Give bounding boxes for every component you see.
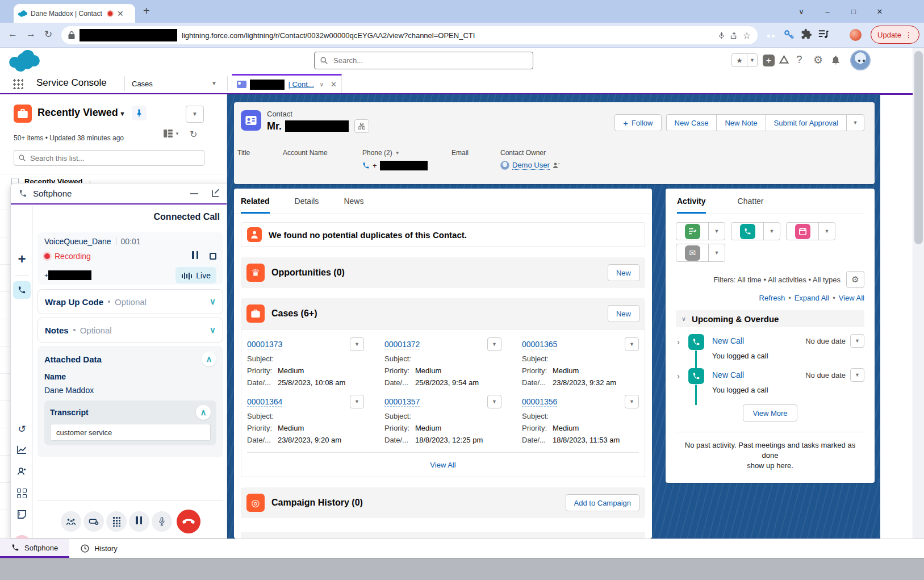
microphone-icon[interactable] bbox=[718, 31, 725, 40]
address-bar[interactable]: lightning.force.com/lightning/r/Contact/… bbox=[61, 26, 758, 44]
pause-recording-icon[interactable] bbox=[191, 251, 199, 261]
notes-section[interactable]: Notes Optional ∨ bbox=[37, 318, 223, 343]
collapse-chevron-icon[interactable]: ∧ bbox=[202, 352, 216, 366]
browser-tab[interactable]: Dane Maddox | Contact | Sal ✕ bbox=[14, 4, 135, 23]
new-case-button[interactable]: New bbox=[608, 305, 639, 322]
new-case-button[interactable]: New Case bbox=[666, 114, 717, 131]
cases-title[interactable]: Cases (6+) bbox=[271, 308, 601, 319]
nav-tab-cases[interactable]: Cases bbox=[132, 80, 153, 88]
help-icon[interactable]: ? bbox=[796, 53, 802, 66]
log-a-call-button[interactable]: ▼ bbox=[731, 222, 780, 240]
email-button[interactable]: ✉ ▼ bbox=[676, 244, 725, 262]
profile-avatar-icon[interactable] bbox=[850, 29, 862, 41]
workspace-tab-chevron-icon[interactable]: ∨ bbox=[320, 81, 324, 87]
owner-link[interactable]: Demo User bbox=[512, 161, 550, 170]
activity-settings-icon[interactable]: ⚙ bbox=[846, 271, 864, 288]
case-number-link[interactable]: 00001364 bbox=[247, 397, 282, 407]
case-actions-chevron-button[interactable]: ▼ bbox=[350, 337, 364, 351]
list-search-input[interactable] bbox=[29, 153, 199, 163]
bookmark-star-icon[interactable]: ☆ bbox=[743, 30, 751, 41]
case-actions-chevron-button[interactable]: ▼ bbox=[487, 395, 501, 408]
campaign-history-title[interactable]: Campaign History (0) bbox=[271, 498, 559, 508]
new-note-button[interactable]: New Note bbox=[716, 114, 765, 131]
tab-close-icon[interactable]: ✕ bbox=[117, 9, 124, 18]
case-actions-chevron-button[interactable]: ▼ bbox=[625, 395, 639, 408]
mute-microphone-icon[interactable] bbox=[152, 511, 172, 532]
view-hierarchy-button[interactable] bbox=[354, 119, 369, 133]
active-call-tab-icon[interactable] bbox=[13, 281, 31, 299]
end-call-button[interactable] bbox=[177, 510, 200, 533]
phone-dropdown-chevron-icon[interactable]: ▼ bbox=[395, 151, 400, 156]
case-number-link[interactable]: 00001372 bbox=[384, 340, 420, 349]
case-number-link[interactable]: 00001373 bbox=[247, 340, 282, 349]
setup-gear-icon[interactable]: ⚙ bbox=[813, 53, 823, 66]
tab-chatter[interactable]: Chatter bbox=[738, 197, 764, 214]
window-close-button[interactable]: ✕ bbox=[871, 5, 888, 19]
popout-icon[interactable] bbox=[212, 190, 219, 197]
stats-chart-icon[interactable] bbox=[11, 445, 33, 454]
new-task-button[interactable]: ▼ bbox=[676, 222, 725, 240]
opportunities-title[interactable]: Opportunities (0) bbox=[271, 268, 601, 278]
window-maximize-button[interactable]: □ bbox=[845, 5, 862, 19]
stop-recording-icon[interactable] bbox=[210, 253, 216, 260]
activity-actions-chevron-button[interactable]: ▼ bbox=[850, 368, 864, 382]
email-chevron-icon[interactable]: ▼ bbox=[708, 244, 725, 261]
browser-update-button[interactable]: Update ⋮ bbox=[871, 26, 919, 44]
browser-back-button[interactable]: ← bbox=[8, 28, 18, 40]
favorite-star-icon[interactable]: ★ bbox=[732, 54, 747, 66]
tab-search-chevron-icon[interactable]: ∨ bbox=[793, 5, 810, 19]
utility-softphone-tab[interactable]: Softphone bbox=[0, 539, 69, 558]
device-settings-icon[interactable] bbox=[83, 511, 104, 532]
global-actions-icon[interactable]: + bbox=[763, 55, 775, 66]
new-opportunity-button[interactable]: New bbox=[608, 264, 639, 281]
chevron-down-icon[interactable]: ∨ bbox=[210, 325, 216, 335]
transcript-input[interactable] bbox=[50, 424, 211, 441]
notifications-bell-icon[interactable] bbox=[830, 55, 841, 65]
refresh-list-icon[interactable]: ↻ bbox=[190, 129, 197, 140]
nav-cases-chevron-icon[interactable]: ▼ bbox=[211, 80, 217, 86]
share-icon[interactable] bbox=[730, 31, 738, 40]
transfer-call-icon[interactable] bbox=[61, 511, 81, 532]
event-chevron-icon[interactable]: ▼ bbox=[818, 223, 835, 240]
new-event-button[interactable]: ▼ bbox=[786, 222, 835, 240]
new-call-plus-icon[interactable]: + bbox=[11, 251, 33, 267]
cases-view-all-link[interactable]: View All bbox=[430, 461, 455, 469]
browser-menu-icon[interactable]: ⋮ bbox=[905, 30, 913, 39]
browser-forward-button[interactable]: → bbox=[26, 28, 36, 40]
page-scrollbar[interactable] bbox=[913, 48, 924, 580]
expand-all-link[interactable]: Expand All bbox=[795, 294, 829, 302]
agents-icon[interactable] bbox=[11, 467, 33, 475]
case-actions-chevron-button[interactable]: ▼ bbox=[487, 337, 501, 351]
favorites-chevron-icon[interactable]: ▼ bbox=[747, 54, 757, 66]
guidance-center-icon[interactable] bbox=[778, 54, 790, 66]
workspace-tab-contact[interactable]: | Cont... ∨ ✕ bbox=[232, 74, 342, 93]
apps-grid-icon[interactable] bbox=[17, 489, 27, 498]
pin-list-icon[interactable] bbox=[132, 106, 147, 120]
tab-news[interactable]: News bbox=[344, 197, 363, 214]
section-collapse-chevron-icon[interactable]: ∨ bbox=[681, 315, 686, 323]
live-transcription-badge[interactable]: Live bbox=[175, 267, 216, 283]
activity-title-link[interactable]: New Call bbox=[712, 370, 805, 379]
call-history-icon[interactable]: ↺ bbox=[11, 423, 33, 435]
hold-call-icon[interactable] bbox=[129, 511, 149, 532]
case-number-link[interactable]: 00001357 bbox=[384, 397, 420, 407]
global-search-box[interactable] bbox=[314, 52, 533, 69]
extensions-puzzle-icon[interactable] bbox=[801, 28, 812, 40]
activity-view-all-link[interactable]: View All bbox=[839, 294, 864, 302]
extension-key-icon[interactable] bbox=[783, 29, 795, 40]
app-launcher-icon[interactable] bbox=[12, 78, 23, 89]
browser-reload-button[interactable]: ↻ bbox=[44, 28, 52, 40]
activity-actions-chevron-button[interactable]: ▼ bbox=[850, 334, 864, 348]
chevron-down-icon[interactable]: ∨ bbox=[210, 297, 216, 307]
change-owner-icon[interactable] bbox=[553, 162, 560, 169]
minimize-icon[interactable] bbox=[190, 193, 198, 194]
list-search-box[interactable] bbox=[14, 150, 204, 166]
add-to-campaign-button[interactable]: Add to Campaign bbox=[566, 494, 639, 511]
upcoming-overdue-section[interactable]: ∨ Upcoming & Overdue bbox=[676, 310, 864, 327]
workspace-tab-label[interactable]: | Cont... bbox=[288, 80, 313, 89]
global-search-input[interactable] bbox=[332, 56, 527, 65]
follow-button[interactable]: +Follow bbox=[614, 114, 661, 131]
list-view-controls-button[interactable]: ▼ bbox=[186, 106, 204, 123]
case-number-link[interactable]: 00001356 bbox=[522, 397, 557, 407]
refresh-link[interactable]: Refresh bbox=[759, 294, 785, 302]
